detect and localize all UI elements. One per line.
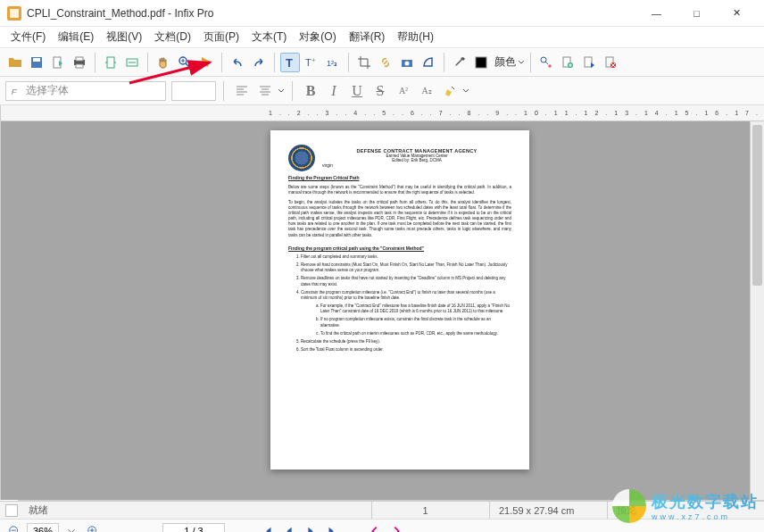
- shape-tool-icon[interactable]: [419, 53, 438, 72]
- canvas[interactable]: DEFENSE CONTRACT MANAGEMENT AGENCY Earne…: [1, 121, 764, 500]
- zoom-out-icon[interactable]: [5, 522, 23, 533]
- vertical-scrollbar[interactable]: [750, 121, 764, 500]
- app-icon: [7, 6, 21, 21]
- svg-text:+: +: [311, 56, 316, 64]
- horizontal-ruler: 1..2..3..4..5..6..7..8..9..10.11.12.13.1…: [1, 105, 764, 121]
- font-icon: F: [10, 85, 22, 97]
- svg-point-17: [405, 61, 410, 65]
- doc-li-4: Constrain the program completion milesto…: [301, 290, 511, 337]
- eyedropper-icon[interactable]: [450, 53, 469, 72]
- zoom-tool-icon[interactable]: [175, 53, 195, 72]
- undo-icon[interactable]: [228, 53, 247, 72]
- status-page[interactable]: 1: [371, 502, 478, 519]
- fit-page-icon[interactable]: [101, 53, 120, 72]
- close-button[interactable]: ✕: [717, 1, 757, 26]
- color-swatch-icon[interactable]: [471, 53, 491, 72]
- bold-button[interactable]: B: [300, 81, 321, 101]
- zoom-level[interactable]: 36%: [27, 523, 59, 533]
- svg-text:1²₃: 1²₃: [327, 59, 337, 68]
- subscript-button[interactable]: A₂: [416, 81, 437, 101]
- status-box-icon[interactable]: [5, 504, 18, 517]
- text-number-tool-icon[interactable]: 1²₃: [323, 53, 343, 72]
- status-dims: 21.59 x 27.94 cm: [489, 502, 596, 519]
- align-center-icon[interactable]: [254, 81, 276, 101]
- zoom-in-icon[interactable]: [84, 522, 102, 533]
- page-export-icon[interactable]: [579, 53, 599, 72]
- menu-edit[interactable]: 编辑(E): [53, 28, 99, 46]
- highlight-icon[interactable]: [439, 81, 461, 101]
- find-replace-icon[interactable]: [536, 53, 556, 72]
- titlebar: CPLI_Constraint_Method.pdf - Infix Pro —…: [0, 0, 764, 27]
- font-placeholder: 选择字体: [26, 83, 69, 98]
- fit-width-icon[interactable]: [122, 53, 142, 72]
- menu-page[interactable]: 页面(P): [198, 28, 245, 46]
- svg-rect-18: [476, 57, 486, 68]
- doc-li-4b: If no program completion milestone exist…: [320, 317, 511, 328]
- menu-file[interactable]: 文件(F): [5, 28, 51, 46]
- redo-icon[interactable]: [249, 53, 269, 72]
- print-icon[interactable]: [70, 53, 89, 72]
- doc-para-2: To begin, the analyst isolates the tasks…: [288, 200, 511, 237]
- doc-li-4a: For example, if the "Contract End" miles…: [320, 303, 511, 315]
- svg-rect-5: [76, 64, 83, 68]
- hand-tool-icon[interactable]: [154, 53, 173, 72]
- agency-seal-icon: [288, 145, 315, 171]
- prev-view-icon[interactable]: [366, 522, 384, 533]
- doc-li-3: Remove deadlines on tasks that have not …: [301, 276, 511, 287]
- menu-text[interactable]: 文本(T): [246, 28, 292, 46]
- page-add-icon[interactable]: [558, 53, 577, 72]
- menu-object[interactable]: 对象(O): [294, 28, 341, 46]
- last-page-icon[interactable]: [323, 522, 341, 533]
- watermark: 极光数字载站 www.xz7.com: [612, 489, 759, 523]
- font-picker[interactable]: F 选择字体: [5, 81, 166, 101]
- align-dropdown-icon[interactable]: [278, 87, 285, 95]
- superscript-button[interactable]: A²: [393, 81, 414, 101]
- underline-button[interactable]: U: [346, 81, 368, 101]
- doc-list: Filter out all completed and summary tas…: [301, 254, 511, 353]
- text-plus-tool-icon[interactable]: T+: [302, 53, 321, 72]
- doc-editor: Edited by: Erik Berg, DCMA: [288, 158, 511, 162]
- link-tool-icon[interactable]: [376, 53, 395, 72]
- menu-document[interactable]: 文档(D): [149, 28, 196, 46]
- open-icon[interactable]: [5, 53, 25, 72]
- next-page-icon[interactable]: [302, 522, 320, 533]
- strike-button[interactable]: S: [370, 81, 391, 101]
- highlight-dropdown-icon[interactable]: [462, 87, 469, 95]
- window-title: CPLI_Constraint_Method.pdf - Infix Pro: [27, 7, 636, 20]
- menu-help[interactable]: 帮助(H): [392, 28, 439, 46]
- status-ready: 就绪: [29, 503, 48, 517]
- text-tool-icon[interactable]: T: [280, 53, 300, 72]
- doc-para-1: Below are some steps (known as the "Cons…: [288, 185, 511, 195]
- svg-text:T: T: [286, 56, 293, 70]
- watermark-text: 极光数字载站: [652, 491, 759, 512]
- dropdown-icon[interactable]: [518, 59, 525, 66]
- minimize-button[interactable]: —: [636, 1, 677, 26]
- svg-text:F: F: [12, 86, 18, 96]
- svg-rect-1: [33, 58, 40, 62]
- doc-li-1: Filter out all completed and summary tas…: [301, 254, 511, 260]
- size-picker[interactable]: [171, 81, 216, 101]
- menu-view[interactable]: 视图(V): [101, 28, 147, 46]
- next-view-icon[interactable]: [387, 522, 405, 533]
- zoom-dropdown-icon[interactable]: [62, 522, 80, 533]
- prev-page-icon[interactable]: [280, 522, 298, 533]
- workspace: 123 456 789 101112 131415 161718 192021 …: [0, 105, 764, 500]
- align-left-icon[interactable]: [231, 81, 253, 101]
- pointer-tool-icon[interactable]: [196, 53, 216, 72]
- page-indicator[interactable]: 1 / 3: [162, 523, 225, 533]
- save-icon[interactable]: [27, 53, 46, 72]
- first-page-icon[interactable]: [259, 522, 277, 533]
- svg-rect-6: [107, 57, 114, 68]
- export-icon[interactable]: [48, 53, 68, 72]
- crop-tool-icon[interactable]: [354, 53, 374, 72]
- italic-button[interactable]: I: [323, 81, 345, 101]
- maximize-button[interactable]: □: [677, 1, 717, 26]
- svg-text:T: T: [305, 57, 311, 68]
- page-delete-icon[interactable]: [601, 53, 620, 72]
- svg-point-27: [10, 526, 18, 532]
- camera-tool-icon[interactable]: [397, 53, 417, 72]
- doc-li-4c: To find the critical path on interim mil…: [320, 331, 511, 337]
- doc-li-6: Sort the Total Float column in ascending…: [301, 347, 511, 353]
- menu-translate[interactable]: 翻译(R): [344, 28, 391, 46]
- color-label[interactable]: 颜色: [494, 54, 516, 70]
